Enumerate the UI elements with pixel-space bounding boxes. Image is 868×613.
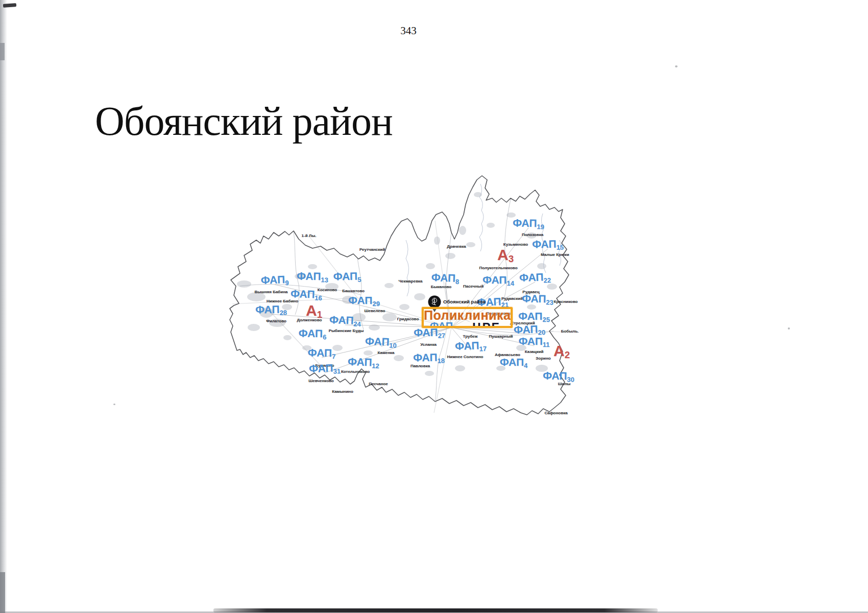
fap-label-11: ФАП11 bbox=[518, 335, 549, 348]
placename-36: Шевченково bbox=[308, 379, 334, 383]
placename-17: Шевелево bbox=[365, 309, 385, 313]
page-title: Обоянский район bbox=[95, 98, 393, 145]
fap-label-10: ФАП10 bbox=[365, 335, 397, 349]
placename-7: Чекмаревка bbox=[398, 279, 422, 284]
placename-21: Филатово bbox=[266, 319, 286, 323]
placename-16: Красниково bbox=[554, 299, 578, 304]
fap-label-6: ФАП6 bbox=[298, 327, 326, 341]
fap-label-14: ФАП14 bbox=[483, 274, 514, 287]
ambulatory-label-1: А1 bbox=[306, 302, 322, 320]
placename-25: Трубеж bbox=[463, 334, 478, 339]
fap-label-22: ФАП22 bbox=[519, 271, 551, 285]
placename-9: Пасечный bbox=[463, 284, 484, 289]
fap-label-18: ФАП18 bbox=[413, 351, 445, 365]
scan-edge-mark-bottom bbox=[0, 572, 5, 613]
placename-28: Каменка bbox=[377, 350, 394, 355]
crb-label: ЦРБ bbox=[472, 320, 501, 328]
fap-label-9: ФАП9 bbox=[260, 273, 289, 288]
placename-12: Башкатово bbox=[342, 289, 365, 293]
placename-1: Реутчанский bbox=[359, 247, 385, 252]
district-logo-label: Обоянский район bbox=[443, 299, 486, 304]
placename-37: Песчаное bbox=[369, 382, 388, 386]
scan-corner-mark bbox=[3, 3, 16, 8]
placename-5: Малые Крюки bbox=[541, 252, 569, 257]
placename-24: Бобыль. bbox=[561, 329, 579, 334]
fap-label-19: ФАП19 bbox=[513, 217, 544, 230]
fap-label-23: ФАП23 bbox=[522, 292, 553, 306]
fap-label-16: ФАП16 bbox=[291, 288, 323, 302]
fap-label-17: ФАП17 bbox=[455, 339, 487, 353]
placename-38: Камынино bbox=[332, 389, 353, 394]
fap-label-5: ФАП5 bbox=[333, 270, 361, 284]
polyclinic-clipped-row: ФАП26 ЦРБ 16 bbox=[424, 320, 511, 328]
placename-2: Драчевка bbox=[447, 244, 466, 249]
fap-label-7: ФАП7 bbox=[307, 347, 335, 361]
scan-speck bbox=[788, 327, 790, 329]
fap-label-25: ФАП25 bbox=[518, 310, 550, 323]
placename-0: 1-й Лы. bbox=[302, 233, 317, 238]
scan-speck bbox=[113, 404, 115, 405]
placename-22: Рыбинские Буды bbox=[329, 328, 364, 333]
fap-label-27: ФАП27 bbox=[414, 326, 445, 340]
page-number: 343 bbox=[388, 25, 429, 37]
polyclinic-highlight-box: Поликлиника ФАП26 ЦРБ 16 bbox=[422, 307, 513, 328]
placename-31: Нижнее Солотино bbox=[447, 355, 483, 359]
placename-27: Усланка bbox=[420, 342, 437, 347]
scanned-document-page: 343 Обоянский район bbox=[0, 0, 868, 613]
placename-35: Котельниково bbox=[341, 369, 370, 374]
placename-29: Казацкий bbox=[525, 349, 544, 354]
fap-label-12: ФАП12 bbox=[348, 356, 380, 370]
fap-label-24: ФАП24 bbox=[329, 314, 361, 328]
scan-edge-mark-top bbox=[0, 43, 5, 60]
ambulatory-label-2: А2 bbox=[553, 342, 570, 361]
ambulatory-label-3: А3 bbox=[497, 246, 514, 265]
fap-label-8: ФАП8 bbox=[431, 271, 460, 286]
crb-number: 16 bbox=[510, 322, 513, 328]
fap-label-31: ФАП31 bbox=[309, 362, 341, 376]
placename-40: Сафоновка bbox=[544, 411, 567, 415]
placename-32: Зорино bbox=[536, 356, 550, 361]
scan-speck bbox=[675, 65, 678, 67]
placename-10: Вышняя Бабина bbox=[254, 290, 287, 294]
fap-label-29: ФАП29 bbox=[348, 294, 380, 308]
scan-bottom-smear bbox=[213, 608, 658, 612]
district-map: 1-й Лы.РеутчанскийДрачевкаПолозовкаКузьм… bbox=[220, 161, 582, 419]
placename-6: Полукотельниково bbox=[479, 266, 517, 270]
fap-label-4: ФАП4 bbox=[500, 356, 528, 369]
placename-26: Пушкарный bbox=[489, 334, 513, 339]
fap-label-30: ФАП30 bbox=[543, 369, 574, 383]
placename-18: Гридасово bbox=[397, 317, 419, 321]
map-labels-layer: 1-й Лы.РеутчанскийДрачевкаПолозовкаКузьм… bbox=[220, 161, 582, 419]
fap-label-15: ФАП15 bbox=[532, 238, 564, 251]
scan-edge-strip bbox=[0, 0, 7, 613]
fap-label-13: ФАП13 bbox=[297, 270, 328, 284]
placename-3: Полозовка bbox=[522, 232, 543, 237]
fap-label-28: ФАП28 bbox=[255, 303, 287, 317]
fap-label-26: ФАП26 bbox=[430, 320, 460, 328]
